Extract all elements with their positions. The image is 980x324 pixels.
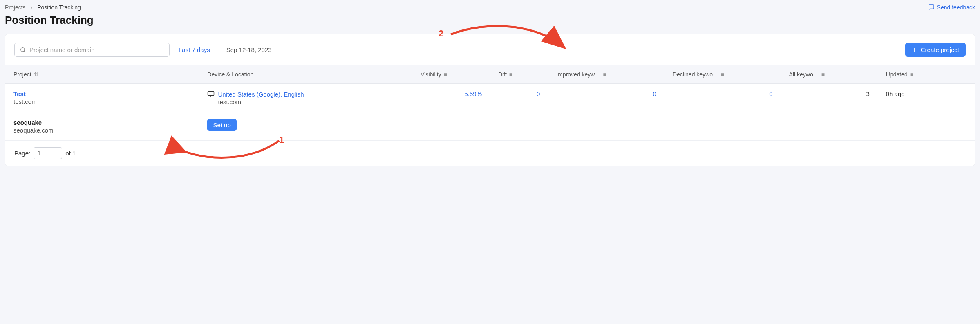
send-feedback-label: Send feedback — [937, 4, 975, 11]
breadcrumb-current: Position Tracking — [37, 4, 81, 11]
toolbar: Last 7 days Sep 12-18, 2023 Create proje… — [5, 34, 975, 65]
chevron-right-icon: › — [31, 4, 33, 11]
breadcrumb-root[interactable]: Projects — [5, 4, 26, 11]
improved-value[interactable]: 0 — [653, 90, 656, 97]
all-value: 3 — [866, 90, 869, 97]
svg-point-0 — [21, 47, 25, 51]
svg-rect-4 — [208, 91, 214, 96]
project-domain: test.com — [13, 98, 191, 105]
col-all[interactable]: All keywo…≡ — [781, 65, 878, 84]
col-updated[interactable]: Updated≡ — [878, 65, 975, 84]
table-header-row: Project⇅ Device & Location Visibility≡ D… — [5, 65, 975, 84]
search-input-wrapper[interactable] — [14, 43, 170, 57]
pagination: Page: of 1 — [5, 141, 975, 166]
col-improved[interactable]: Improved keyw…≡ — [548, 65, 665, 84]
table-row: Test test.com United States (Google), En… — [5, 84, 975, 112]
col-visibility[interactable]: Visibility≡ — [412, 65, 490, 84]
table-row: seoquake seoquake.com Set up — [5, 112, 975, 141]
col-project[interactable]: Project⇅ — [5, 65, 199, 84]
declined-value[interactable]: 0 — [769, 90, 772, 97]
send-feedback-link[interactable]: Send feedback — [928, 4, 975, 11]
col-declined[interactable]: Declined keywo…≡ — [665, 65, 781, 84]
page-suffix: of 1 — [65, 150, 76, 157]
setup-button[interactable]: Set up — [207, 119, 236, 131]
updated-value: 0h ago — [886, 90, 905, 97]
desktop-icon — [207, 90, 215, 98]
create-project-button[interactable]: Create project — [905, 43, 966, 57]
col-diff[interactable]: Diff≡ — [490, 65, 548, 84]
sort-icon: ⇅ — [34, 71, 39, 78]
sort-icon: ≡ — [821, 71, 825, 78]
chevron-down-icon — [213, 47, 217, 52]
main-card: Last 7 days Sep 12-18, 2023 Create proje… — [5, 34, 975, 166]
project-domain: seoquake.com — [13, 127, 191, 134]
plus-icon — [912, 47, 917, 53]
sort-icon: ≡ — [721, 71, 724, 78]
date-range: Sep 12-18, 2023 — [226, 46, 272, 53]
period-dropdown[interactable]: Last 7 days — [179, 46, 217, 53]
projects-table: Project⇅ Device & Location Visibility≡ D… — [5, 65, 975, 141]
page-title: Position Tracking — [5, 14, 94, 27]
sort-icon: ≡ — [910, 71, 913, 78]
svg-line-1 — [24, 51, 25, 52]
project-name: seoquake — [13, 119, 191, 126]
visibility-value[interactable]: 5.59% — [464, 90, 482, 97]
device-location-link[interactable]: United States (Google), English — [218, 91, 304, 98]
sort-icon: ≡ — [603, 71, 606, 78]
search-input[interactable] — [29, 46, 164, 53]
feedback-icon — [928, 4, 935, 11]
project-name-link[interactable]: Test — [13, 90, 191, 97]
device-domain: test.com — [218, 99, 404, 106]
period-label: Last 7 days — [179, 46, 210, 53]
sort-icon: ≡ — [444, 71, 447, 78]
create-project-label: Create project — [921, 46, 959, 53]
sort-icon: ≡ — [509, 71, 512, 78]
page-input[interactable] — [34, 147, 62, 159]
breadcrumb: Projects › Position Tracking — [5, 4, 94, 11]
diff-value[interactable]: 0 — [537, 90, 540, 97]
col-device: Device & Location — [199, 65, 412, 84]
page-label: Page: — [14, 150, 30, 157]
search-icon — [20, 47, 26, 53]
